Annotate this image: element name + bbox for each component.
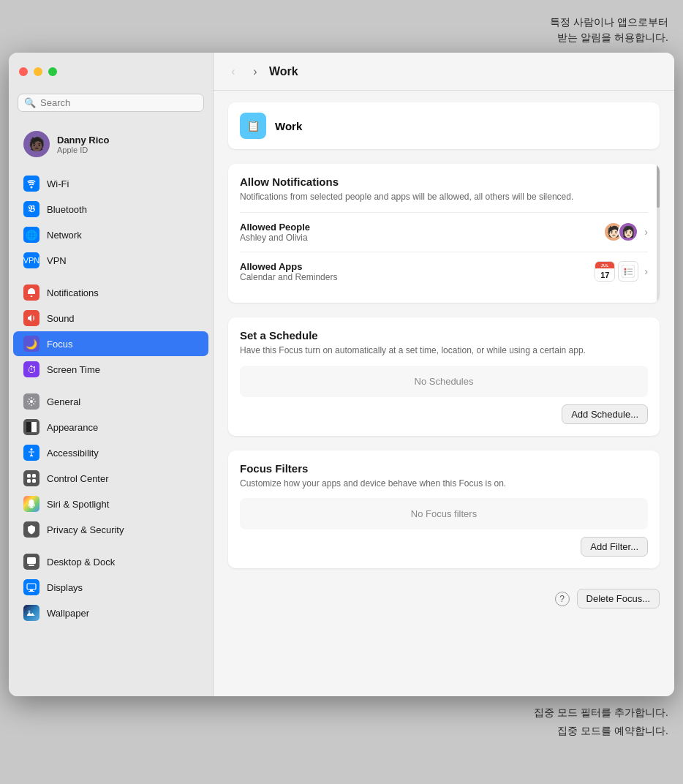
schedule-desc: Have this Focus turn on automatically at… [240,344,648,357]
sidebar-item-focus[interactable]: 🌙 Focus [13,331,208,356]
no-filters-label: No Focus filters [240,498,648,529]
allowed-apps-row[interactable]: Allowed Apps Calendar and Reminders JUL … [240,252,648,291]
sidebar-item-label: Notifications [47,287,99,298]
forward-button[interactable]: › [247,64,263,80]
schedule-title: Set a Schedule [240,329,648,342]
sidebar-item-displays[interactable]: Displays [13,575,208,600]
svg-rect-14 [29,591,34,592]
avatar-olivia: 👩🏻 [618,222,638,242]
siri-icon [23,496,39,512]
sidebar-item-label: Siri & Spotlight [47,499,109,510]
sidebar-item-label: Focus [47,339,72,350]
allowed-apps-subtitle: Calendar and Reminders [240,272,337,282]
sidebar-item-screen-time[interactable]: ⏱ Screen Time [13,357,208,382]
sidebar-item-wifi[interactable]: Wi-Fi [13,171,208,196]
schedule-section: Set a Schedule Have this Focus turn on a… [228,317,660,436]
svg-rect-4 [27,474,31,478]
close-button[interactable] [19,67,28,76]
displays-icon [23,579,39,595]
svg-rect-6 [27,479,31,483]
focus-filters-desc: Customize how your apps and device behav… [240,478,648,490]
sidebar-item-control-center[interactable]: Control Center [13,466,208,491]
accessibility-icon [23,445,39,461]
avatar: 🧑🏿 [23,131,50,157]
svg-rect-10 [27,557,36,564]
scroll-thumb [657,164,660,208]
svg-point-0 [30,400,33,403]
svg-point-23 [624,274,627,276]
back-button[interactable]: ‹ [225,64,241,80]
focus-filters-section: Focus Filters Customize how your apps an… [228,451,660,569]
add-schedule-button[interactable]: Add Schedule... [562,404,648,424]
network-icon: 🌐 [23,227,39,243]
allowed-apps-title: Allowed Apps [240,261,337,272]
sidebar-item-label: Displays [47,582,83,593]
sidebar-item-sound[interactable]: Sound [13,306,208,331]
wallpaper-icon [23,605,39,621]
sidebar-item-apple-id[interactable]: 🧑🏿 Danny Rico Apple ID [13,125,208,163]
svg-rect-7 [32,479,36,483]
user-subtitle: Apple ID [57,146,110,154]
tooltip-top: 특정 사람이나 앱으로부터받는 알림을 허용합니다. [0,15,683,53]
general-icon [23,393,39,410]
minimize-button[interactable] [34,67,42,76]
bluetooth-icon: 𝔅 [23,201,39,217]
sidebar-item-notifications[interactable]: Notifications [13,280,208,305]
sidebar-item-label: Screen Time [47,364,100,375]
svg-rect-2 [31,422,37,432]
sidebar-item-general[interactable]: General [13,389,208,414]
content-area: 📋 Work Allow Notifications Notifications… [214,91,674,696]
focus-name: Work [275,120,302,132]
sidebar-item-desktop-dock[interactable]: Desktop & Dock [13,549,208,574]
search-bar[interactable]: 🔍 [18,94,204,112]
sidebar-item-label: Wallpaper [47,608,89,619]
sidebar-item-bluetooth[interactable]: 𝔅 Bluetooth [13,197,208,222]
main-titlebar: ‹ › Work [214,53,674,91]
notifications-icon [23,284,39,301]
sidebar-item-appearance[interactable]: Appearance [13,415,208,440]
appearance-icon [23,419,39,435]
svg-rect-11 [29,565,34,566]
reminders-app-icon [618,261,638,282]
sidebar-item-label: VPN [47,255,67,266]
main-window: 🔍 🧑🏿 Danny Rico Apple ID Wi- [9,53,674,696]
focus-header-icon: 📋 [240,113,266,139]
search-input[interactable] [40,97,197,108]
sidebar-item-wallpaper[interactable]: Wallpaper [13,600,208,625]
sidebar: 🔍 🧑🏿 Danny Rico Apple ID Wi- [9,53,214,696]
focus-icon: 🌙 [23,336,39,352]
help-button[interactable]: ? [555,592,570,606]
sidebar-item-label: Accessibility [47,448,99,459]
tooltip-bottom: 집중 모드 필터를 추가합니다. 집중 모드를 예약합니다. [0,696,683,740]
svg-point-3 [31,448,33,451]
sidebar-item-siri-spotlight[interactable]: Siri & Spotlight [13,491,208,516]
allowed-people-subtitle: Ashley and Olivia [240,233,310,243]
sidebar-item-label: Sound [47,313,75,324]
sound-icon [23,310,39,326]
allowed-people-row[interactable]: Allowed People Ashley and Olivia 🧑🏻 👩🏻 › [240,212,648,252]
delete-focus-button[interactable]: Delete Focus... [577,589,660,608]
focus-filters-title: Focus Filters [240,462,648,475]
add-filter-button[interactable]: Add Filter... [581,537,648,557]
privacy-icon [23,521,39,538]
svg-rect-13 [30,589,33,591]
user-name: Danny Rico [57,135,110,146]
sidebar-item-label: Appearance [47,422,98,433]
maximize-button[interactable] [48,67,57,76]
app-icons-stack: JUL 17 [595,261,638,282]
sidebar-item-network[interactable]: 🌐 Network [13,222,208,247]
allow-notifications-desc: Notifications from selected people and a… [240,191,648,203]
svg-point-19 [624,268,627,271]
sidebar-item-label: Control Center [47,473,109,484]
search-icon: 🔍 [24,97,36,108]
sidebar-item-vpn[interactable]: VPN VPN [13,248,208,273]
svg-point-21 [624,271,627,273]
sidebar-item-accessibility[interactable]: Accessibility [13,440,208,465]
sidebar-item-privacy-security[interactable]: Privacy & Security [13,517,208,542]
sidebar-item-label: General [47,396,80,407]
sidebar-section: 🧑🏿 Danny Rico Apple ID Wi-Fi [9,121,213,696]
sidebar-item-label: Privacy & Security [47,524,124,535]
allow-notifications-section: Allow Notifications Notifications from s… [228,164,660,303]
wifi-icon [23,176,39,192]
bottom-row: ? Delete Focus... [228,583,660,608]
